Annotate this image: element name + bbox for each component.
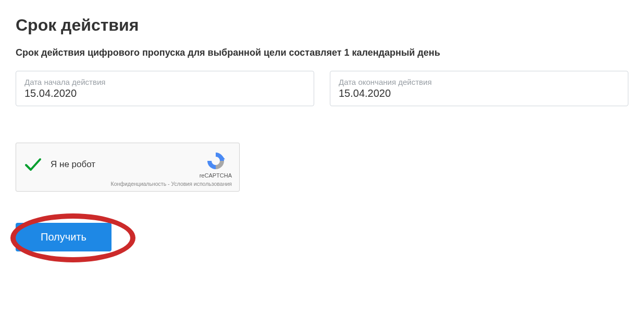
end-date-label: Дата окончания действия — [339, 78, 620, 86]
submit-button[interactable]: Получить — [16, 223, 112, 251]
start-date-label: Дата начала действия — [24, 78, 305, 86]
recaptcha-brand: reCAPTCHA — [200, 172, 232, 179]
recaptcha-links: Конфиденциальность - Условия использован… — [23, 181, 232, 187]
start-date-value: 15.04.2020 — [24, 87, 305, 99]
page-title: Срок действия — [16, 16, 628, 35]
recaptcha-terms-link[interactable]: Условия использования — [171, 181, 232, 187]
recaptcha-privacy-link[interactable]: Конфиденциальность — [111, 181, 167, 187]
checkmark-icon — [23, 155, 42, 174]
submit-wrapper: Получить — [16, 223, 112, 251]
start-date-field[interactable]: Дата начала действия 15.04.2020 — [16, 71, 314, 106]
recaptcha-logo-icon — [205, 150, 226, 171]
recaptcha-widget: Я не робот reCAPTCHA Конфиденциальность … — [16, 143, 240, 192]
end-date-value: 15.04.2020 — [339, 87, 620, 99]
page-description: Срок действия цифрового пропуска для выб… — [16, 47, 628, 58]
end-date-field[interactable]: Дата окончания действия 15.04.2020 — [330, 71, 628, 106]
date-range-row: Дата начала действия 15.04.2020 Дата око… — [16, 71, 628, 106]
recaptcha-label: Я не робот — [51, 159, 95, 170]
